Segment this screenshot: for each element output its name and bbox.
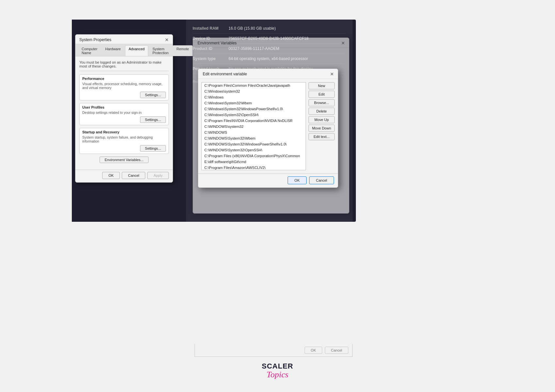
edit-env-var-close-button[interactable]: ✕ <box>329 71 335 77</box>
startup-recovery-section: Startup and Recovery System startup, sys… <box>79 128 169 154</box>
admin-note: You must be logged on as an Administrato… <box>79 60 169 71</box>
system-properties-tabs: Computer Name Hardware Advanced System P… <box>75 44 173 56</box>
environment-variables-button[interactable]: Environment Variables... <box>100 157 148 163</box>
edit-env-var-dialog: Edit environment variable ✕ C:\Program F… <box>198 68 338 188</box>
tab-remote[interactable]: Remote <box>173 45 193 56</box>
new-path-button[interactable]: New <box>309 82 335 89</box>
env-action-buttons: New Edit Browse... Delete Move Up Move D… <box>309 82 335 170</box>
startup-recovery-settings-button[interactable]: Settings... <box>140 145 166 152</box>
list-item[interactable]: C:\Program Files\Amazon\AWSCLIV2\ <box>202 165 306 170</box>
env-ok-button[interactable]: OK <box>288 176 307 184</box>
list-item[interactable]: C:\Windows\System32\OpenSSH\ <box>202 112 306 118</box>
list-item[interactable]: C:\WINDOWS\System32\WindowsPowerShell\v1… <box>202 141 306 147</box>
outer-cancel-button[interactable]: Cancel <box>325 347 348 354</box>
env-vars-outer-titlebar: Environment Variables ✕ <box>193 38 349 48</box>
user-profiles-desc: Desktop settings related to your sign-in <box>82 111 166 114</box>
list-item[interactable]: C:\WINDOWS\system32 <box>202 124 306 129</box>
env-vars-outer-close-button[interactable]: ✕ <box>341 40 346 46</box>
list-item[interactable]: C:\Program Files\NVIDIA Corporation\NVID… <box>202 118 306 124</box>
brand-section: SCALER Topics <box>262 362 293 379</box>
tab-advanced[interactable]: Advanced <box>125 45 148 56</box>
system-properties-title: System Properties <box>79 38 111 42</box>
performance-section: Performance Visual effects, processor sc… <box>79 74 169 100</box>
edit-env-var-footer: OK Cancel <box>198 173 338 188</box>
list-item[interactable]: C:\Windows\system32 <box>202 88 306 94</box>
system-properties-dialog: System Properties ✕ Computer Name Hardwa… <box>75 34 173 183</box>
startup-recovery-title: Startup and Recovery <box>82 130 166 134</box>
list-item[interactable]: C:\WINDOWS <box>202 129 306 135</box>
browse-button[interactable]: Browse... <box>309 99 335 106</box>
performance-desc: Visual effects, processor scheduling, me… <box>82 82 166 90</box>
tab-system-protection[interactable]: System Protection <box>149 45 172 56</box>
installed-ram-row: Installed RAM 16.0 GB (15.80 GB usable) <box>193 26 346 34</box>
edit-env-var-title: Edit environment variable <box>203 72 247 76</box>
delete-path-button[interactable]: Delete <box>309 108 335 115</box>
env-path-list[interactable]: C:\Program Files\Common Files\Oracle\Jav… <box>201 82 306 170</box>
brand-topics: Topics <box>267 370 289 379</box>
list-item[interactable]: C:\Windows <box>202 94 306 100</box>
user-profiles-settings-button[interactable]: Settings... <box>140 116 166 123</box>
edit-path-button[interactable]: Edit <box>309 91 335 98</box>
ok-button[interactable]: OK <box>102 172 120 179</box>
system-properties-footer: OK Cancel Apply <box>75 170 173 182</box>
user-profiles-title: User Profiles <box>82 105 166 109</box>
brand-scaler: SCALER <box>262 362 293 370</box>
edit-text-button[interactable]: Edit text... <box>309 133 335 140</box>
startup-recovery-desc: System startup, system failure, and debu… <box>82 135 166 143</box>
list-item[interactable]: C:\Windows\System32\WindowsPowerShell\v1… <box>202 106 306 112</box>
tab-computer-name[interactable]: Computer Name <box>78 45 101 56</box>
system-properties-close-button[interactable]: ✕ <box>164 37 169 42</box>
edit-env-var-body: C:\Program Files\Common Files\Oracle\Jav… <box>198 79 338 173</box>
user-profiles-section: User Profiles Desktop settings related t… <box>79 103 169 125</box>
installed-ram-label: Installed RAM <box>193 26 229 31</box>
list-item[interactable]: E:\diff software\git\Git\cmd <box>202 159 306 165</box>
edit-env-var-titlebar: Edit environment variable ✕ <box>198 69 338 79</box>
list-item[interactable]: C:\Program Files (x86)\NVIDIA Corporatio… <box>202 153 306 159</box>
system-properties-titlebar: System Properties ✕ <box>75 35 173 44</box>
cancel-button[interactable]: Cancel <box>122 172 145 179</box>
system-properties-body: You must be logged on as an Administrato… <box>75 56 173 170</box>
list-item[interactable]: C:\WINDOWS\System32\Wbem <box>202 135 306 141</box>
tab-hardware[interactable]: Hardware <box>102 45 124 56</box>
env-vars-outer-title: Environment Variables <box>198 41 237 45</box>
installed-ram-value: 16.0 GB (15.80 GB usable) <box>229 26 346 31</box>
list-item[interactable]: C:\WINDOWS\System32\OpenSSH\ <box>202 147 306 153</box>
apply-button[interactable]: Apply <box>147 172 169 179</box>
move-down-button[interactable]: Move Down <box>309 125 335 132</box>
outer-ok-button[interactable]: OK <box>305 347 322 354</box>
list-item[interactable]: C:\Program Files\Common Files\Oracle\Jav… <box>202 83 306 88</box>
list-item[interactable]: C:\Windows\System32\Wbem <box>202 100 306 106</box>
outer-dialog-footer: OK Cancel <box>195 344 353 357</box>
env-cancel-button[interactable]: Cancel <box>309 176 334 184</box>
move-up-button[interactable]: Move Up <box>309 116 335 123</box>
performance-title: Performance <box>82 77 166 81</box>
performance-settings-button[interactable]: Settings... <box>140 92 166 98</box>
